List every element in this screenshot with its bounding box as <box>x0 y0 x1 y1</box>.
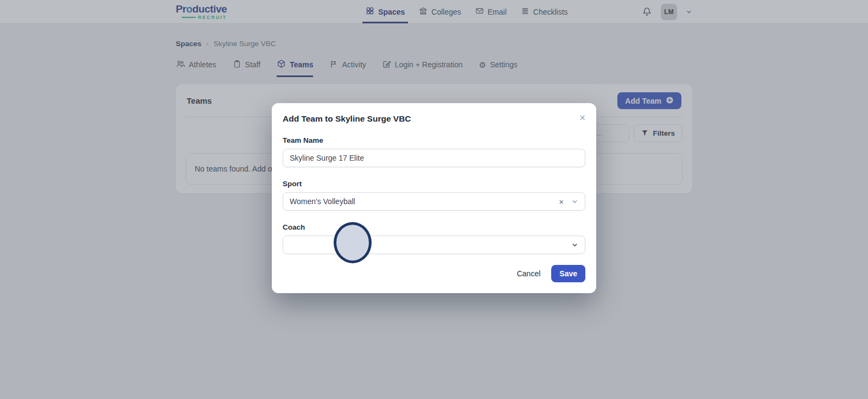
sport-select[interactable]: Women's Volleyball × <box>283 192 585 211</box>
team-name-input[interactable] <box>283 149 585 167</box>
chevron-down-icon[interactable] <box>571 242 578 249</box>
team-name-label: Team Name <box>283 136 585 144</box>
add-team-modal: Add Team to Skyline Surge VBC × Team Nam… <box>272 103 596 293</box>
save-button[interactable]: Save <box>551 265 585 282</box>
modal-title: Add Team to Skyline Surge VBC <box>283 114 411 124</box>
cancel-button[interactable]: Cancel <box>517 269 541 278</box>
sport-label: Sport <box>283 180 585 188</box>
sport-select-value: Women's Volleyball <box>290 197 559 206</box>
click-indicator <box>334 222 372 263</box>
close-icon[interactable]: × <box>579 114 585 122</box>
coach-select[interactable] <box>283 236 585 254</box>
chevron-down-icon[interactable] <box>571 198 578 205</box>
coach-label: Coach <box>283 223 585 231</box>
clear-icon[interactable]: × <box>559 197 564 206</box>
